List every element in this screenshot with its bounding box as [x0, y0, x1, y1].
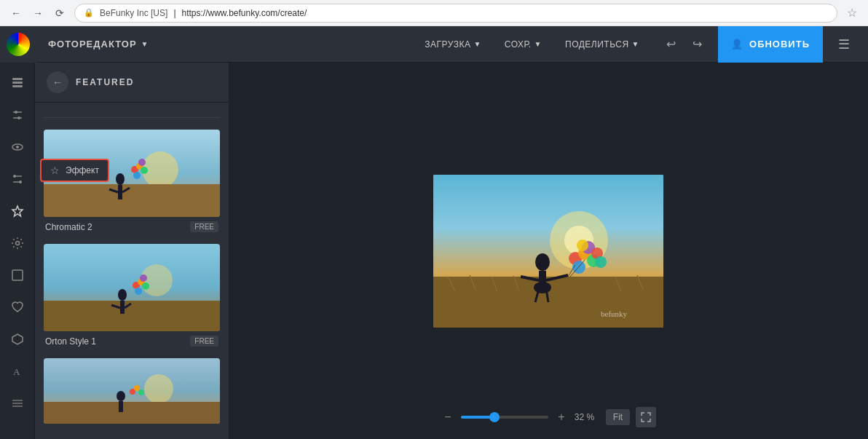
- svg-point-8: [16, 146, 19, 149]
- update-button[interactable]: 👤 ОБНОВИТЬ: [718, 26, 823, 63]
- sidebar-icons: A: [0, 63, 35, 439]
- panel-content: ☆ Эффект: [35, 103, 229, 439]
- sidebar-item-shape[interactable]: [3, 325, 32, 354]
- svg-marker-13: [12, 206, 23, 216]
- refresh-button[interactable]: ⟳: [51, 4, 68, 22]
- effect-thumbnail-orton1: [44, 244, 220, 331]
- sidebar-item-texture[interactable]: [3, 389, 32, 418]
- effect-vintage1[interactable]: [44, 358, 220, 424]
- canvas-area: befunky − + 32 % Fit: [229, 63, 868, 439]
- svg-text:befunky: befunky: [601, 309, 628, 318]
- address-bar[interactable]: 🔒 BeFunky Inc [US] | https://www.befunky…: [74, 4, 837, 23]
- app-bar: ФОТОРЕДАКТОР ▼ ЗАГРУЗКА ▼ СОХР. ▼ ПОДЕЛИ…: [0, 26, 868, 63]
- panel-header: ← FEATURED: [35, 63, 229, 103]
- effect-orton1[interactable]: Orton Style 1 FREE: [44, 244, 220, 347]
- svg-point-43: [135, 288, 142, 295]
- svg-rect-25: [118, 185, 122, 199]
- svg-point-77: [595, 256, 607, 268]
- app-logo: [0, 26, 36, 63]
- hamburger-button[interactable]: ☰: [826, 26, 862, 63]
- canvas-image: befunky: [433, 175, 663, 328]
- svg-point-36: [118, 289, 127, 301]
- zoom-slider-fill: [461, 416, 492, 419]
- share-caret: ▼: [632, 40, 639, 48]
- effect-name-orton1: Orton Style 1: [45, 336, 96, 347]
- share-button[interactable]: ПОДЕЛИТЬСЯ ▼: [555, 31, 650, 58]
- logo-circle: [7, 33, 30, 56]
- svg-point-63: [535, 253, 550, 271]
- sidebar-item-star[interactable]: [3, 197, 32, 226]
- svg-point-12: [19, 181, 22, 183]
- save-caret: ▼: [534, 40, 542, 48]
- tooltip-star-icon: ☆: [50, 165, 60, 176]
- sidebar-item-eye[interactable]: [3, 133, 32, 162]
- back-button[interactable]: ←: [47, 71, 68, 93]
- expand-icon: [641, 412, 651, 422]
- redo-button[interactable]: ↪: [684, 32, 709, 57]
- nav-buttons: ← → ⟳: [7, 4, 68, 22]
- hamburger-icon: ☰: [838, 36, 850, 52]
- zoom-minus-icon: −: [444, 411, 451, 424]
- svg-text:A: A: [13, 366, 20, 377]
- svg-point-31: [133, 172, 141, 179]
- effect-name-chromatic2: Chromatic 2: [45, 222, 92, 232]
- undo-redo-group: ↩ ↪: [658, 32, 709, 57]
- update-label: ОБНОВИТЬ: [749, 39, 810, 50]
- effect-tooltip: ☆ Эффект: [40, 159, 109, 182]
- svg-point-52: [138, 389, 144, 395]
- sidebar-item-sliders[interactable]: [3, 165, 32, 194]
- undo-button[interactable]: ↩: [658, 32, 683, 57]
- effect-chromatic2[interactable]: ☆ Эффект: [44, 130, 220, 232]
- save-label: СОХР.: [505, 39, 532, 50]
- sidebar-item-text[interactable]: A: [3, 357, 32, 386]
- zoom-slider-thumb[interactable]: [489, 412, 500, 422]
- upload-caret: ▼: [473, 40, 481, 48]
- back-button[interactable]: ←: [7, 4, 25, 22]
- zoom-minus-button[interactable]: −: [441, 410, 455, 424]
- svg-rect-0: [12, 78, 23, 80]
- svg-point-48: [117, 391, 125, 401]
- svg-rect-35: [44, 301, 220, 331]
- lock-icon: 🔒: [84, 8, 94, 17]
- free-badge-chromatic2: FREE: [190, 221, 218, 232]
- save-button[interactable]: СОХР. ▼: [494, 31, 552, 58]
- svg-point-67: [534, 282, 551, 293]
- upload-label: ЗАГРУЗКА: [425, 39, 470, 50]
- zoom-controls: − + 32 % Fit: [441, 407, 656, 427]
- undo-icon: ↩: [666, 37, 676, 51]
- fit-button[interactable]: Fit: [606, 409, 630, 425]
- svg-rect-2: [12, 85, 23, 87]
- svg-point-30: [141, 167, 148, 174]
- photo-editor-menu[interactable]: ФОТОРЕДАКТОР ▼: [36, 26, 161, 63]
- back-icon: ←: [52, 76, 63, 88]
- svg-rect-49: [119, 401, 123, 412]
- site-name: BeFunky Inc [US]: [100, 8, 167, 18]
- share-label: ПОДЕЛИТЬСЯ: [565, 39, 629, 50]
- sidebar-item-gear[interactable]: [3, 229, 32, 258]
- free-badge-orton1: FREE: [190, 336, 218, 347]
- effect-thumbnail-vintage1: [44, 358, 220, 424]
- url-text: https://www.befunky.com/create/: [182, 8, 307, 18]
- sidebar-item-heart[interactable]: [3, 293, 32, 322]
- svg-rect-37: [120, 301, 125, 314]
- svg-point-32: [138, 159, 146, 166]
- effect-label-orton1: Orton Style 1 FREE: [44, 336, 220, 347]
- svg-point-42: [142, 282, 149, 290]
- bookmark-button[interactable]: ☆: [843, 4, 861, 22]
- upload-button[interactable]: ЗАГРУЗКА ▼: [414, 31, 492, 58]
- svg-point-4: [15, 111, 17, 114]
- sidebar-item-layers[interactable]: [3, 68, 32, 98]
- sidebar-item-frame[interactable]: [3, 261, 32, 290]
- svg-point-51: [134, 385, 140, 391]
- sidebar-item-adjust[interactable]: [3, 100, 32, 130]
- fit-label: Fit: [613, 412, 623, 422]
- svg-point-6: [17, 116, 20, 119]
- forward-button[interactable]: →: [29, 4, 47, 22]
- zoom-plus-button[interactable]: +: [554, 410, 569, 424]
- separator: |: [173, 8, 175, 18]
- svg-rect-1: [12, 82, 23, 84]
- svg-marker-16: [12, 334, 23, 344]
- expand-button[interactable]: [636, 407, 656, 427]
- zoom-slider-track[interactable]: [461, 416, 548, 419]
- svg-point-44: [140, 274, 147, 282]
